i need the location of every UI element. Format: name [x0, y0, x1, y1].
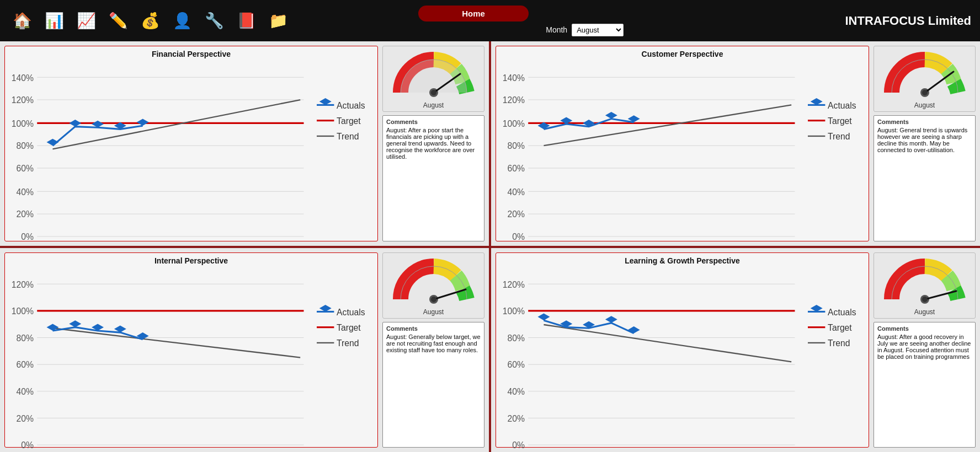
top-navigation: 🏠 📊 📈 ✏️ 💰 👤 🔧 📕 📁 Home Month August Sep…: [0, 0, 980, 41]
svg-text:Feb: Feb: [762, 245, 775, 245]
svg-text:100%: 100%: [12, 119, 34, 128]
chart-title-internal: Internal Perspective: [9, 256, 373, 265]
svg-text:Trend: Trend: [828, 132, 850, 141]
side-panel-learning: August Comments August: After a good rec…: [874, 252, 976, 448]
comment-text-learning: August: After a good recovery in July we…: [877, 333, 971, 360]
svg-marker-34: [137, 119, 149, 126]
comment-title-customer: Comments: [877, 119, 972, 125]
svg-line-160: [544, 324, 791, 361]
svg-marker-31: [69, 120, 81, 127]
comment-title-learning: Comments: [877, 325, 972, 332]
svg-text:Trend: Trend: [828, 338, 850, 348]
svg-text:60%: 60%: [508, 164, 525, 173]
svg-text:Sep: Sep: [158, 245, 172, 245]
nav-icon-pencil[interactable]: ✏️: [105, 8, 131, 34]
svg-line-29: [52, 100, 300, 149]
gauge-svg-internal: [390, 256, 478, 306]
comment-box-learning: Comments August: After a good recovery i…: [874, 322, 976, 448]
gauge-box-financial: August: [382, 46, 484, 112]
svg-text:Jun: Jun: [92, 245, 104, 245]
svg-text:40%: 40%: [508, 187, 525, 197]
svg-text:Mar: Mar: [294, 245, 307, 245]
svg-marker-32: [92, 121, 104, 128]
svg-text:Apr: Apr: [46, 245, 58, 245]
chart-title-customer: Customer Perspective: [500, 50, 864, 58]
svg-text:40%: 40%: [17, 387, 34, 396]
svg-text:Jul: Jul: [115, 245, 125, 245]
nav-icon-coins[interactable]: 💰: [137, 8, 163, 34]
svg-marker-78: [605, 112, 617, 119]
svg-text:Dec: Dec: [717, 245, 731, 245]
svg-marker-119: [69, 320, 81, 327]
chart-panel-customer: Customer Perspective 140% 120% 100% 80% …: [496, 46, 869, 241]
chart-svg-internal: 120% 100% 80% 60% 40% 20% 0% Apr May: [9, 267, 373, 453]
svg-text:Sep: Sep: [649, 245, 663, 245]
side-panel-internal: August Comments August: Generally below …: [382, 252, 484, 448]
svg-text:80%: 80%: [17, 141, 34, 150]
nav-icon-book[interactable]: 📕: [233, 8, 259, 34]
svg-marker-36: [319, 98, 332, 105]
svg-text:Dec: Dec: [226, 245, 239, 245]
svg-text:Target: Target: [337, 322, 361, 332]
nav-icon-person[interactable]: 👤: [169, 8, 195, 34]
svg-text:Target: Target: [828, 116, 852, 126]
home-button[interactable]: Home: [418, 6, 529, 21]
svg-text:140%: 140%: [503, 73, 525, 83]
svg-text:Apr: Apr: [537, 245, 550, 245]
svg-text:Oct: Oct: [673, 245, 685, 245]
svg-marker-161: [537, 313, 550, 320]
app-title: INTRAFOCUS Limited: [845, 14, 971, 28]
chart-svg-financial: 140% 120% 100% 80% 60% 40% 20% 0%: [9, 61, 373, 246]
svg-text:Actuals: Actuals: [337, 101, 365, 110]
svg-text:Actuals: Actuals: [337, 307, 365, 316]
svg-point-132: [431, 297, 436, 302]
svg-text:80%: 80%: [508, 333, 525, 342]
svg-text:Nov: Nov: [203, 245, 217, 245]
nav-icon-home[interactable]: 🏠: [9, 8, 35, 34]
month-selector-area: Month August September October: [546, 24, 624, 36]
svg-text:60%: 60%: [508, 360, 525, 369]
gauge-label-financial: August: [423, 101, 444, 109]
comment-box-internal: Comments August: Generally below target,…: [382, 322, 484, 448]
month-label: Month: [546, 25, 567, 34]
gauge-box-customer: August: [874, 46, 976, 112]
chart-title-learning: Learning & Growth Perspective: [500, 256, 864, 265]
svg-text:Target: Target: [828, 322, 852, 332]
svg-text:60%: 60%: [17, 164, 34, 173]
svg-text:0%: 0%: [512, 440, 525, 450]
svg-text:Jan: Jan: [249, 245, 262, 245]
nav-icon-tools[interactable]: 🔧: [201, 8, 227, 34]
svg-marker-164: [605, 316, 617, 323]
month-dropdown[interactable]: August September October: [572, 24, 624, 36]
svg-point-175: [922, 297, 928, 302]
svg-text:120%: 120%: [12, 279, 34, 289]
chart-area-customer: 140% 120% 100% 80% 60% 40% 20% 0%: [500, 61, 864, 246]
svg-marker-30: [46, 139, 58, 146]
svg-text:60%: 60%: [17, 360, 34, 369]
chart-panel-learning: Learning & Growth Perspective 120% 100% …: [496, 252, 869, 448]
svg-text:Nov: Nov: [694, 245, 708, 245]
nav-icon-chart[interactable]: 📈: [73, 8, 99, 34]
gauge-label-learning: August: [914, 308, 935, 316]
svg-text:Jun: Jun: [583, 245, 595, 245]
svg-text:0%: 0%: [512, 232, 525, 241]
nav-icon-folder[interactable]: 📁: [265, 8, 291, 34]
main-grid: Financial Perspective 140% 120% 100% 80%…: [0, 41, 980, 452]
gauge-label-customer: August: [914, 101, 935, 109]
chart-panel-financial: Financial Perspective 140% 120% 100% 80%…: [4, 46, 378, 241]
svg-text:20%: 20%: [17, 209, 34, 219]
gauge-svg-financial: [390, 50, 478, 99]
nav-icon-report[interactable]: 📊: [41, 8, 67, 34]
quadrant-customer: Customer Perspective 140% 120% 100% 80% …: [491, 41, 980, 246]
gauge-box-learning: August: [874, 252, 976, 319]
svg-text:Trend: Trend: [337, 132, 359, 141]
chart-svg-learning: 120% 100% 80% 60% 40% 20% 0% Apr May: [500, 267, 864, 453]
svg-text:120%: 120%: [12, 95, 34, 105]
svg-text:100%: 100%: [12, 306, 34, 316]
svg-text:20%: 20%: [17, 413, 34, 423]
svg-text:Target: Target: [337, 116, 361, 126]
svg-text:20%: 20%: [508, 209, 525, 219]
gauge-label-internal: August: [423, 308, 444, 316]
svg-marker-167: [811, 304, 823, 311]
comment-text-customer: August: General trend is upwards however…: [877, 127, 967, 153]
